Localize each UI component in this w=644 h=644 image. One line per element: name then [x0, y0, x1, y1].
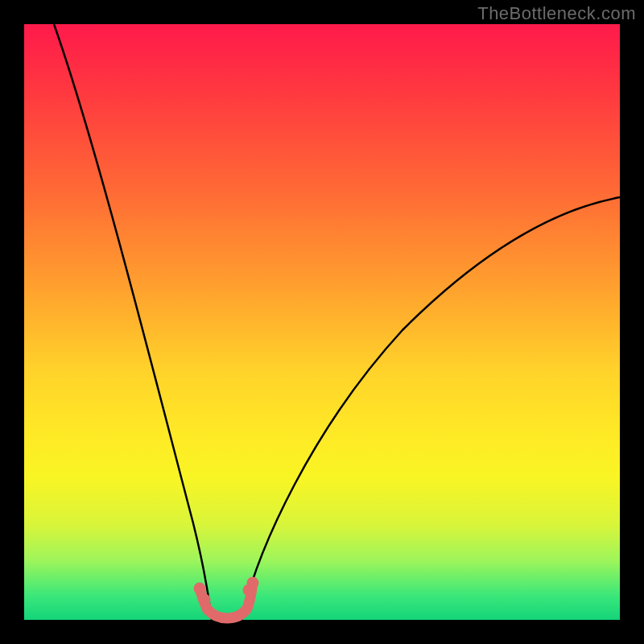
- right-curve: [242, 197, 620, 620]
- left-curve: [54, 24, 212, 620]
- right-marker-bot: [243, 584, 255, 597]
- watermark-text: TheBottleneck.com: [477, 3, 636, 24]
- chart-frame: TheBottleneck.com: [0, 0, 644, 644]
- left-marker-top: [194, 583, 206, 595]
- curve-layer: [24, 24, 620, 620]
- left-marker-bot: [199, 594, 211, 606]
- plot-area: [24, 24, 620, 620]
